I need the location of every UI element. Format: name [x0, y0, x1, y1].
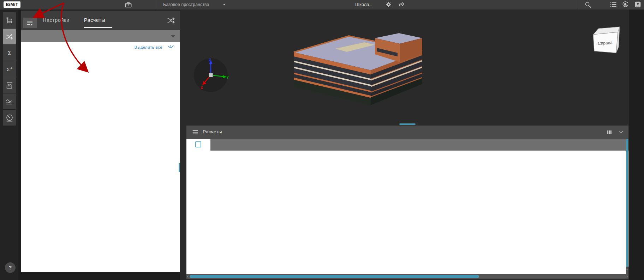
scroll-down-arrow[interactable] [626, 267, 628, 274]
hamburger-icon[interactable] [192, 129, 199, 136]
briefcase-icon[interactable] [124, 1, 132, 9]
gizmo-origin-cube [209, 73, 213, 77]
tool-compare-shuffle-button[interactable] [3, 29, 16, 44]
compare-shuffle-icon[interactable] [167, 16, 176, 25]
model-tree-icon [5, 16, 14, 25]
vertical-scrollbar[interactable] [626, 139, 628, 274]
doc-2d-icon: 2D [5, 81, 14, 90]
tab-settings[interactable]: Настройки [43, 11, 70, 29]
sigma-plus-icon: Σ+ [5, 65, 14, 73]
tool-sigma-plus-button[interactable]: Σ+ [3, 61, 16, 77]
svg-text:+: + [10, 66, 12, 70]
panel-menu-button[interactable] [23, 18, 37, 28]
account-icon[interactable] [634, 1, 642, 8]
scroll-right-arrow[interactable]: › [626, 274, 628, 278]
app-logo[interactable]: BiMiT [4, 1, 20, 8]
top-bar: BiMiT Базовое пространство Школа.. [0, 0, 644, 10]
list-menu-icon[interactable] [609, 1, 617, 8]
select-all-checkbox[interactable] [195, 141, 201, 147]
double-check-icon[interactable] [168, 44, 174, 50]
table-header-row [186, 139, 628, 151]
y-axis-label: Y [226, 75, 229, 79]
svg-text:2D: 2D [7, 84, 11, 87]
compare-shuffle-icon [5, 32, 14, 41]
charts-icon [5, 97, 14, 106]
caret-down-icon [171, 35, 175, 38]
project-name[interactable]: Школа.. [355, 2, 372, 7]
tool-charts-button[interactable] [3, 93, 16, 109]
table-grid [186, 151, 626, 247]
share-icon[interactable] [398, 1, 405, 8]
left-toolbar: ΣΣ+2D [0, 10, 18, 280]
search-icon[interactable] [584, 1, 592, 8]
ruleset-select[interactable] [21, 30, 180, 42]
calculations-panel: Расчеты ‹ › [186, 123, 628, 279]
columns-icon[interactable] [606, 129, 613, 136]
view-cube[interactable]: Справа [587, 23, 622, 60]
top-bar-divider [158, 0, 158, 10]
active-tab-underline [84, 27, 112, 28]
settings-side-panel: Настройки Расчеты Выделить всё [21, 11, 180, 272]
tab-calculations[interactable]: Расчеты [84, 11, 105, 29]
sync-bell-icon[interactable] [621, 1, 629, 8]
building-model[interactable] [282, 20, 452, 113]
panel-title: Расчеты [203, 129, 222, 134]
tool-sigma-button[interactable]: Σ [3, 45, 16, 61]
view-cube-label: Справа [598, 40, 613, 46]
vertical-scroll-thumb[interactable] [626, 139, 628, 267]
panel-resize-handle[interactable] [399, 123, 416, 125]
side-panel-header: Настройки Расчеты [21, 11, 180, 30]
tool-gauge-button[interactable] [3, 110, 16, 126]
caret-down-icon[interactable] [222, 3, 227, 7]
select-all-cell [186, 139, 210, 151]
sigma-icon: Σ [5, 49, 14, 57]
horizontal-scrollbar[interactable]: ‹ › [186, 274, 628, 279]
tool-model-tree-button[interactable] [3, 12, 16, 28]
tree-scrollbar-thumb[interactable] [179, 163, 180, 172]
select-all-link[interactable]: Выделить всё [135, 45, 162, 49]
gear-icon[interactable] [385, 1, 392, 8]
calculations-panel-header: Расчеты [186, 126, 628, 139]
chevron-down-icon[interactable] [618, 129, 624, 135]
axes-gizmo[interactable]: Z Y X [191, 56, 230, 95]
scroll-left-arrow[interactable]: ‹ [187, 274, 189, 278]
horizontal-scroll-thumb[interactable] [190, 275, 479, 278]
x-axis-label: X [201, 86, 203, 90]
rules-tree [21, 50, 180, 191]
z-axis-label: Z [209, 58, 211, 62]
gauge-icon [5, 114, 14, 122]
viewport-3d[interactable]: Z Y X [180, 10, 629, 280]
svg-text:Σ: Σ [6, 66, 10, 72]
help-button[interactable]: ? [5, 262, 16, 273]
top-bar-divider [578, 0, 578, 10]
tool-doc-2d-button[interactable]: 2D [3, 77, 16, 93]
bimit-app-window: BiMiT Базовое пространство Школа.. ΣΣ+2D… [0, 0, 644, 280]
workspace-selector[interactable]: Базовое пространство [163, 2, 209, 7]
svg-text:Σ: Σ [8, 50, 11, 56]
